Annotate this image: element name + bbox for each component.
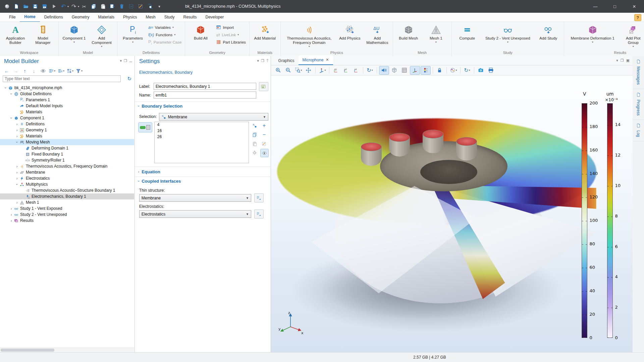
expand-arrow-icon[interactable]: › bbox=[15, 200, 19, 204]
expand-arrow-icon[interactable]: › bbox=[15, 176, 19, 180]
thin-structure-dropdown[interactable]: Membrane ▼ bbox=[139, 194, 251, 202]
render-label-button[interactable] bbox=[259, 82, 268, 91]
import-button[interactable]: Import bbox=[215, 24, 247, 31]
environment-reflections-button[interactable]: ▾ bbox=[449, 66, 458, 74]
find-button[interactable] bbox=[146, 2, 154, 11]
print-button[interactable] bbox=[486, 66, 496, 74]
horizontal-scrollbar[interactable] bbox=[0, 348, 134, 352]
cut-button[interactable]: ✂ bbox=[80, 2, 89, 11]
new-file-button[interactable] bbox=[12, 2, 21, 11]
move-up-button[interactable]: ↑ bbox=[21, 67, 29, 74]
go-to-source-button[interactable] bbox=[254, 209, 264, 219]
clear-selection-button[interactable] bbox=[136, 2, 145, 11]
paste-selection-button[interactable] bbox=[251, 140, 259, 147]
show-button[interactable] bbox=[39, 67, 47, 74]
tree-node[interactable]: ›Moving Mesh bbox=[0, 139, 134, 145]
membrane-deformation-1-button[interactable]: Membrane Deformation 1▾ bbox=[566, 23, 619, 44]
chevron-down-icon[interactable]: ▾ bbox=[67, 5, 69, 8]
tree-node[interactable]: Fixed Boundary 1 bbox=[0, 151, 134, 157]
tree-node[interactable]: ›≡Definitions bbox=[0, 121, 134, 127]
view-xy-button[interactable]: xy bbox=[331, 66, 341, 74]
node-grouping-button[interactable]: ▾ bbox=[66, 67, 74, 74]
graphics-viewport[interactable]: z y x V 200180160140120100806040200 um ×… bbox=[271, 75, 633, 352]
physics-interface-button[interactable]: Thermoviscous Acoustics, Frequency Domai… bbox=[283, 23, 336, 48]
variables-button[interactable]: a=Variables▾ bbox=[147, 24, 183, 31]
selection-entity[interactable]: 4 bbox=[155, 122, 249, 128]
create-selection-button[interactable] bbox=[251, 122, 259, 129]
select-box-button[interactable] bbox=[127, 2, 136, 11]
selection-dropdown[interactable]: Membrane ▼ bbox=[159, 113, 268, 121]
tree-node[interactable]: ›Multiphysics bbox=[0, 181, 134, 187]
tab-log[interactable]: Log bbox=[633, 120, 644, 141]
clear-selection-button[interactable] bbox=[260, 140, 268, 147]
study-2-button[interactable]: Study 2 - Vent Unexposed▾ bbox=[481, 23, 534, 44]
toolbar-options-button[interactable]: ▾ bbox=[155, 2, 164, 11]
help-button[interactable]: ? bbox=[634, 14, 641, 21]
menu-tab-results[interactable]: Results bbox=[179, 13, 201, 22]
tree-node[interactable]: ›Results bbox=[0, 218, 134, 224]
paste-button[interactable] bbox=[99, 2, 107, 11]
expand-arrow-icon[interactable]: › bbox=[15, 128, 19, 132]
show-axis-orientation-button[interactable] bbox=[410, 66, 420, 75]
expand-arrow-icon[interactable]: › bbox=[15, 164, 19, 168]
refresh-icon[interactable]: ↻ bbox=[127, 76, 131, 82]
close-button[interactable]: ✕ bbox=[625, 0, 644, 13]
zoom-box-button[interactable]: ▾ bbox=[294, 66, 303, 74]
menu-tab-developer[interactable]: Developer bbox=[201, 13, 228, 22]
view-yz-button[interactable]: yz bbox=[341, 66, 351, 74]
tab-progress[interactable]: Progress bbox=[633, 89, 644, 120]
compute-button[interactable]: Compute bbox=[454, 23, 481, 41]
tree-node[interactable]: Default Model Inputs bbox=[0, 103, 134, 109]
selection-list[interactable]: 41626 bbox=[154, 122, 249, 163]
zoom-in-button[interactable] bbox=[274, 66, 283, 74]
remove-from-selection-button[interactable]: − bbox=[260, 131, 268, 138]
copy-button[interactable] bbox=[89, 2, 98, 11]
save-search-button[interactable] bbox=[40, 2, 49, 11]
menu-tab-file[interactable]: File bbox=[5, 13, 20, 22]
update-scene-button[interactable]: ↻▾ bbox=[463, 66, 472, 74]
go-to-default-view-button[interactable]: ▾ bbox=[318, 66, 327, 74]
tree-node[interactable]: ›bk_4134_microphone.mph bbox=[0, 85, 134, 91]
menu-tab-mesh[interactable]: Mesh bbox=[141, 13, 160, 22]
expand-arrow-icon[interactable]: › bbox=[9, 206, 13, 210]
menu-tab-home[interactable]: Home bbox=[20, 12, 40, 22]
minimize-button[interactable]: — bbox=[586, 0, 605, 13]
redo-button[interactable]: ↷ bbox=[69, 2, 78, 11]
show-color-legend-button[interactable] bbox=[421, 66, 431, 75]
add-study-button[interactable]: Add Study bbox=[535, 23, 562, 41]
menu-tab-study[interactable]: Study bbox=[160, 13, 179, 22]
name-field[interactable] bbox=[154, 92, 256, 99]
add-to-selection-button[interactable]: + bbox=[260, 122, 268, 129]
show-grid-button[interactable] bbox=[400, 66, 409, 74]
expand-all-button[interactable]: ▾ bbox=[48, 67, 56, 74]
expand-arrow-icon[interactable]: › bbox=[9, 213, 13, 217]
menu-tab-materials[interactable]: Materials bbox=[94, 13, 119, 22]
go-to-source-button[interactable] bbox=[254, 193, 264, 202]
maximize-panel-icon[interactable]: ▣ bbox=[626, 58, 630, 63]
tree-node[interactable]: ›Global Definitions bbox=[0, 91, 134, 97]
collapse-arrow-icon[interactable]: › bbox=[15, 182, 19, 187]
chevron-down-icon[interactable]: ▾ bbox=[616, 58, 618, 63]
tree-node[interactable]: ›Electrostatics bbox=[0, 175, 134, 181]
expand-arrow-icon[interactable]: › bbox=[15, 170, 19, 174]
application-builder-button[interactable]: AApplication Builder bbox=[2, 23, 29, 45]
tree-node[interactable]: Deforming Domain 1 bbox=[0, 145, 134, 151]
expand-arrow-icon[interactable]: › bbox=[15, 134, 19, 138]
add-component-button[interactable]: Add Component▾ bbox=[88, 23, 115, 48]
maximize-button[interactable]: □ bbox=[605, 0, 625, 13]
undo-button[interactable]: ↶ bbox=[59, 2, 68, 11]
add-plot-group-button[interactable]: Add Plot Group▾ bbox=[620, 23, 644, 48]
chevron-down-icon[interactable]: ▾ bbox=[257, 59, 259, 63]
rotate-button[interactable]: ↻▾ bbox=[365, 66, 375, 74]
component-1-button[interactable]: Component 1▾ bbox=[61, 23, 88, 44]
active-toggle-button[interactable] bbox=[138, 122, 152, 132]
collapse-arrow-icon[interactable]: › bbox=[15, 140, 19, 144]
tree-node[interactable]: ›Membrane bbox=[0, 169, 134, 175]
build-mesh-button[interactable]: Build Mesh bbox=[395, 23, 422, 41]
graphics-tab-graphics[interactable]: Graphics bbox=[274, 56, 299, 65]
collapse-arrow-icon[interactable]: › bbox=[9, 116, 13, 120]
tree-node[interactable]: Thermoviscous Acoustic–Structure Boundar… bbox=[0, 187, 134, 193]
selection-entity[interactable]: 26 bbox=[155, 134, 249, 140]
zoom-out-button[interactable] bbox=[284, 66, 293, 74]
collapse-all-button[interactable]: ▾ bbox=[57, 67, 65, 74]
